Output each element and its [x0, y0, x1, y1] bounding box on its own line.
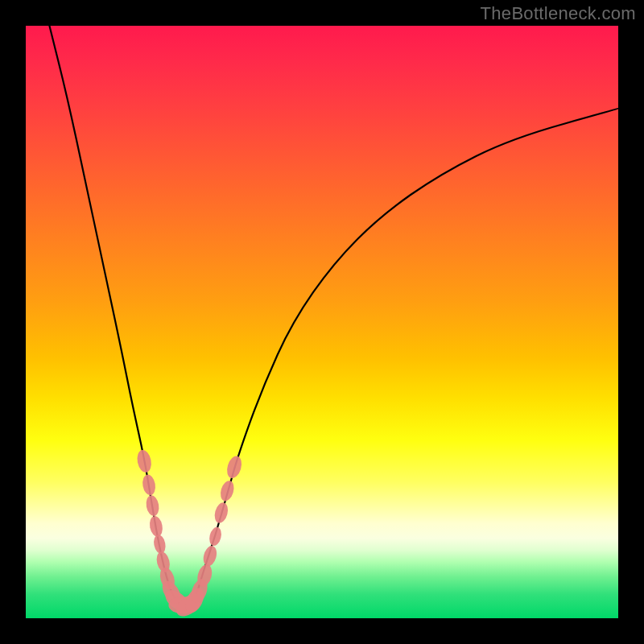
curve-layer [49, 26, 618, 606]
marker-pip [141, 473, 157, 496]
marker-pip [218, 479, 236, 502]
stage: TheBottleneck.com [0, 0, 644, 644]
marker-pip [201, 544, 219, 568]
marker-pip [225, 454, 244, 480]
marker-pip [152, 534, 167, 555]
curve-left-branch [49, 26, 185, 606]
marker-layer [135, 448, 244, 621]
curve-right-branch [186, 109, 618, 606]
chart-svg [26, 26, 618, 618]
marker-pip [145, 494, 161, 517]
plot-area [26, 26, 618, 618]
marker-pip [208, 526, 223, 547]
marker-pip [213, 501, 230, 524]
marker-pip [148, 515, 164, 538]
marker-pip [135, 448, 153, 473]
watermark-text: TheBottleneck.com [481, 3, 636, 24]
